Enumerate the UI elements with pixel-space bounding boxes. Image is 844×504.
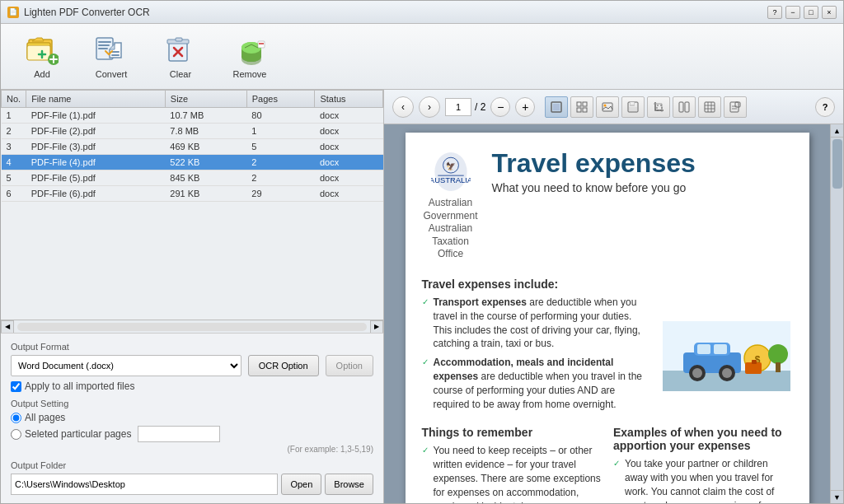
folder-row: Open Browse xyxy=(11,474,373,495)
car-illustration: $ xyxy=(663,321,790,391)
selected-pages-row: Seleted particular pages xyxy=(11,426,373,442)
table-row[interactable]: 1PDF-File (1).pdf10.7 MB80docx xyxy=(2,108,383,124)
folder-path-input[interactable] xyxy=(11,474,278,495)
add-button[interactable]: Add xyxy=(9,29,75,85)
preview-tools xyxy=(545,96,747,118)
svg-rect-23 xyxy=(553,104,560,110)
scrollbar-track xyxy=(831,138,843,490)
pdf-title-area: Travel expenses What you need to know be… xyxy=(492,149,793,194)
output-format-label: Output Format xyxy=(11,342,373,352)
remember-item-1: ✓ You need to keep receipts – or other w… xyxy=(422,444,602,503)
scrollbar-up-btn[interactable]: ▲ xyxy=(831,124,843,138)
format-row: Word Document (.docx) OCR Option Option xyxy=(11,355,373,376)
option-button[interactable]: Option xyxy=(326,355,373,376)
file-table-wrapper[interactable]: No. File name Size Pages Status 1PDF-Fil… xyxy=(1,90,383,320)
col-examples: Examples of when you need to apportion y… xyxy=(613,426,793,503)
minimize-btn[interactable]: − xyxy=(785,6,800,19)
file-list-area: No. File name Size Pages Status 1PDF-Fil… xyxy=(1,90,383,333)
tool-image-btn[interactable] xyxy=(596,96,619,118)
preview-area: 🦅 AUSTRALIA Australian Government Austra… xyxy=(384,124,843,503)
page-number-input[interactable] xyxy=(445,98,471,116)
col-remember: Things to remember ✓ You need to keep re… xyxy=(422,426,602,503)
item1-2: ✓ Accommodation, meals and incidental ex… xyxy=(422,356,653,411)
remove-icon xyxy=(232,35,267,66)
svg-rect-12 xyxy=(176,38,182,41)
tool-zoom-btn[interactable] xyxy=(724,96,747,118)
help-window-btn[interactable]: ? xyxy=(767,6,782,19)
selected-pages-radio[interactable] xyxy=(11,429,21,440)
convert-label: Convert xyxy=(96,69,128,79)
example-text: (For example: 1,3-5,19) xyxy=(11,445,373,454)
all-pages-radio[interactable] xyxy=(11,413,21,423)
svg-rect-34 xyxy=(657,105,662,110)
svg-point-65 xyxy=(768,344,788,364)
clear-button[interactable]: Clear xyxy=(148,29,213,85)
zoom-in-btn[interactable]: + xyxy=(515,97,535,117)
convert-button[interactable]: Convert xyxy=(78,29,144,85)
gov-logo: 🦅 AUSTRALIA Australian Government Austra… xyxy=(422,149,480,261)
page-input-group: / 2 xyxy=(445,98,485,116)
right-panel: ‹ › / 2 − + xyxy=(384,90,843,503)
ocr-option-button[interactable]: OCR Option xyxy=(248,355,319,376)
format-select[interactable]: Word Document (.docx) xyxy=(11,355,241,376)
svg-point-58 xyxy=(692,368,702,378)
scroll-right-btn[interactable]: ▶ xyxy=(370,320,383,334)
svg-rect-64 xyxy=(752,360,757,364)
table-row[interactable]: 2PDF-File (2).pdf7.8 MB1docx xyxy=(2,124,383,139)
tool-crop-btn[interactable] xyxy=(647,96,670,118)
close-btn[interactable]: × xyxy=(822,6,837,19)
tool-save-btn[interactable] xyxy=(621,96,645,118)
remove-label: Remove xyxy=(233,69,267,79)
left-panel: No. File name Size Pages Status 1PDF-Fil… xyxy=(1,90,384,503)
check-icon-2: ✓ xyxy=(422,357,429,411)
svg-rect-36 xyxy=(685,102,689,112)
open-button[interactable]: Open xyxy=(281,474,321,495)
svg-rect-5 xyxy=(98,41,111,43)
apply-all-checkbox[interactable] xyxy=(11,381,21,392)
svg-point-29 xyxy=(604,104,607,106)
selected-pages-label: Seleted particular pages xyxy=(25,428,131,440)
main-toolbar: Add Convert xyxy=(1,24,843,90)
tool-grid-btn[interactable] xyxy=(570,96,593,118)
svg-text:🦅: 🦅 xyxy=(446,161,456,171)
table-row[interactable]: 5PDF-File (5).pdf845 KB2docx xyxy=(2,170,383,186)
scrollbar-down-btn[interactable]: ▼ xyxy=(831,490,843,503)
table-row[interactable]: 4PDF-File (4).pdf522 KB2docx xyxy=(2,155,383,170)
zoom-out-btn[interactable]: − xyxy=(490,97,510,117)
tool-table-btn[interactable] xyxy=(698,96,721,118)
pages-range-input[interactable] xyxy=(138,426,220,442)
preview-scrollbar[interactable]: ▲ ▼ xyxy=(830,124,843,503)
section1-title: Travel expenses include: xyxy=(422,278,793,291)
preview-help-btn[interactable]: ? xyxy=(815,97,835,117)
table-row[interactable]: 6PDF-File (6).pdf291 KB29docx xyxy=(2,186,383,202)
remove-button[interactable]: Remove xyxy=(217,29,283,85)
browse-button[interactable]: Browse xyxy=(325,474,373,495)
pdf-title: Travel expenses xyxy=(492,149,793,178)
tool-select-btn[interactable] xyxy=(545,96,568,118)
preview-scroll[interactable]: 🦅 AUSTRALIA Australian Government Austra… xyxy=(384,124,830,503)
title-bar: 📄 Lighten PDF Converter OCR ? − □ × xyxy=(1,1,843,24)
svg-rect-9 xyxy=(111,54,120,56)
check-icon-5: ✓ xyxy=(613,458,620,503)
output-setting-section: Output Setting All pages Seleted particu… xyxy=(11,399,373,454)
add-label: Add xyxy=(34,69,50,79)
tool-columns-btn[interactable] xyxy=(673,96,696,118)
scroll-track xyxy=(17,323,367,331)
scroll-left-btn[interactable]: ◀ xyxy=(1,320,14,334)
horizontal-scrollbar[interactable]: ◀ ▶ xyxy=(1,320,383,333)
crest-image: 🦅 AUSTRALIA xyxy=(431,149,471,194)
gov-logo-text: Australian Government Australian Taxatio… xyxy=(422,197,480,261)
svg-rect-6 xyxy=(98,44,110,46)
scrollbar-thumb[interactable] xyxy=(832,139,842,189)
svg-rect-2 xyxy=(27,45,50,60)
clear-icon xyxy=(163,35,198,66)
svg-rect-25 xyxy=(583,102,587,106)
svg-rect-56 xyxy=(714,344,727,354)
next-page-btn[interactable]: › xyxy=(419,96,440,118)
output-setting-label: Output Setting xyxy=(11,399,373,408)
table-row[interactable]: 3PDF-File (3).pdf469 KB5docx xyxy=(2,139,383,155)
prev-page-btn[interactable]: ‹ xyxy=(392,96,414,118)
col-no: No. xyxy=(2,91,26,108)
item1-1: ✓ Transport expenses are deductible when… xyxy=(422,296,653,351)
restore-btn[interactable]: □ xyxy=(804,6,818,19)
